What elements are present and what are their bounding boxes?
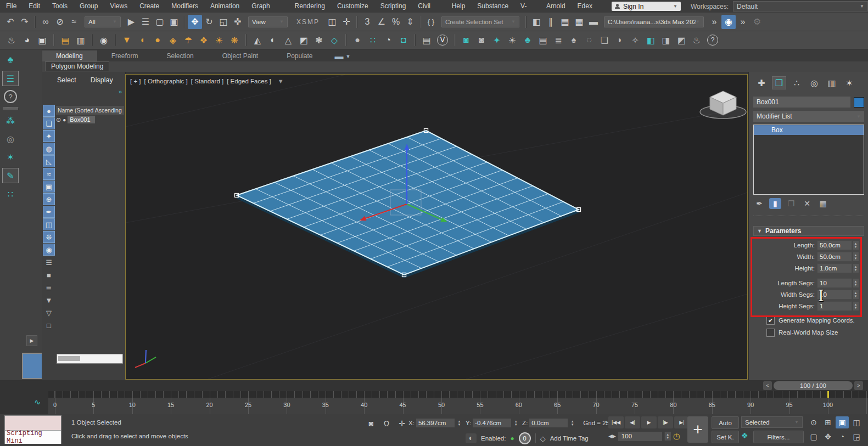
viewport-general-menu[interactable]: [ + ] <box>130 78 141 84</box>
viewport[interactable]: [ + ][ Orthographic ][ Standard ][ Edged… <box>125 74 748 380</box>
vray-logo-icon[interactable]: V <box>437 35 448 46</box>
listener-macro-pane[interactable] <box>5 416 61 431</box>
menu-item[interactable]: Customize <box>331 0 374 13</box>
checkbox[interactable]: ✔ <box>766 317 775 325</box>
select-and-rotate-icon[interactable]: ↻ <box>202 15 216 29</box>
set-keys-button[interactable]: + <box>687 416 708 443</box>
sign-in-button[interactable]: Sign In ▼ <box>612 2 681 11</box>
physical-camera-icon[interactable]: ◙ <box>459 33 473 47</box>
explorer-sort-header[interactable]: Name (Sorted Ascending <box>56 106 124 115</box>
rail-help-icon[interactable]: ? <box>4 90 17 103</box>
percent-snap-icon[interactable]: % <box>389 15 403 29</box>
zero-button[interactable]: 0 <box>519 432 531 444</box>
menu-item[interactable]: Group <box>74 0 104 13</box>
coordinate-field[interactable]: 56.397cm <box>416 419 455 427</box>
unlink-selection-icon[interactable]: ⊘ <box>53 15 67 29</box>
render-frame-window-icon[interactable]: ▣ <box>35 33 49 47</box>
previous-frame-arrow[interactable]: < <box>763 381 772 390</box>
current-frame-marker[interactable] <box>827 391 829 398</box>
align-icon[interactable]: ∥ <box>544 15 558 29</box>
film-camera-icon[interactable]: ◉ <box>97 33 111 47</box>
spinner-control[interactable]: ▲▼ <box>569 419 575 427</box>
spinner-control[interactable]: ▲▼ <box>852 252 859 261</box>
parameters-rollout-header[interactable]: ▼ Parameters <box>753 226 864 236</box>
filter-containers-icon[interactable]: ◫ <box>43 218 55 230</box>
select-by-name-icon[interactable]: ☰ <box>138 15 153 29</box>
planet-paint-icon[interactable]: ✶ <box>3 150 18 164</box>
scatter-icon[interactable]: ⁂ <box>3 114 18 128</box>
viewport-pov-menu[interactable]: [ Orthographic ] <box>144 78 188 84</box>
scatter-small-icon[interactable]: ∷ <box>3 187 18 201</box>
zoom-extents-all-icon[interactable]: ◫ <box>850 416 863 428</box>
vray-disc-light-icon[interactable]: ☂ <box>181 33 195 47</box>
ribbon-tab[interactable]: Freeform <box>97 50 153 61</box>
palette-icon[interactable]: ◔ <box>381 33 395 47</box>
filter-custom-icon[interactable]: ▼ <box>43 294 55 306</box>
object-name-field[interactable]: Box001 <box>753 97 850 108</box>
mirror-icon[interactable]: ◧ <box>529 15 544 29</box>
viewport-shading-menu[interactable]: [ Edged Faces ] <box>227 78 271 84</box>
tab-modify-icon[interactable]: ❒ <box>772 76 786 89</box>
panel-layout-icon[interactable]: ◧ <box>643 33 658 47</box>
transform-gizmo-icon[interactable]: ✛ <box>396 418 407 429</box>
zoom-region-icon[interactable]: ▢ <box>807 431 820 443</box>
menu-item[interactable]: File <box>0 0 23 13</box>
filter-funnel-icon[interactable]: ▽ <box>43 307 55 319</box>
ribbon-tab[interactable]: Modeling <box>42 50 97 61</box>
parameter-value-field[interactable]: 10 <box>817 278 852 288</box>
vray-sun-icon[interactable]: ☀ <box>212 33 226 47</box>
panel-add-icon[interactable]: ◩ <box>674 33 688 47</box>
make-unique-icon[interactable]: ❐ <box>785 198 797 209</box>
window-crossing-icon[interactable]: ▣ <box>167 15 181 29</box>
vray-dome-camera-icon[interactable]: ◐ <box>266 33 280 47</box>
project-folder-dropdown[interactable]: C:\Users\raana...s\3ds Max 2023▼ <box>604 16 704 27</box>
menu-item[interactable]: Tools <box>46 0 74 13</box>
snaps-toggle-icon[interactable]: 3 <box>360 15 374 29</box>
forest-doc-icon[interactable]: ▤ <box>536 33 550 47</box>
scene-explorer-icon[interactable]: ▤ <box>558 15 572 29</box>
flame-ring-icon[interactable]: ◌ <box>582 33 596 47</box>
filter-bones-icon[interactable]: ✒ <box>43 206 55 218</box>
menu-item[interactable]: Create <box>133 0 165 13</box>
set-key-button[interactable]: Set K. <box>712 431 739 443</box>
menu-item[interactable]: Edit <box>23 0 46 13</box>
parameter-value-field[interactable]: 1 <box>817 301 852 311</box>
modifier-stack-entry[interactable]: Box <box>754 125 864 135</box>
light-bulb-icon[interactable]: ✦ <box>490 33 504 47</box>
zoom-extents-icon[interactable]: ▣ <box>836 416 849 428</box>
angle-snap-icon[interactable]: ∠ <box>374 15 389 29</box>
select-and-link-icon[interactable]: ∞ <box>38 15 53 29</box>
menu-item[interactable]: Help <box>446 0 472 13</box>
key-filters-icon[interactable]: ❖ <box>741 431 748 440</box>
tab-utilities-icon[interactable]: ✶ <box>842 76 856 89</box>
modifier-list-dropdown[interactable]: Modifier List ▼ <box>753 111 864 122</box>
menu-item[interactable]: Modifiers <box>165 0 204 13</box>
parameter-value-field[interactable]: 50.0cm <box>817 240 852 250</box>
zoom-icon[interactable]: ⊙ <box>807 416 820 428</box>
filter-xrefs-icon[interactable]: ⊕ <box>43 193 55 205</box>
palette2-icon[interactable]: ◗ <box>613 33 627 47</box>
toolbar-overflow-icon[interactable]: » <box>707 15 721 29</box>
zoom-all-icon[interactable]: ⊞ <box>821 416 835 428</box>
filter-shapes-icon[interactable]: ❏ <box>43 117 55 129</box>
viewport-filter-icon[interactable]: ▼ <box>278 78 284 84</box>
auto-key-button[interactable]: Auto <box>712 416 739 429</box>
frame-step-arrows[interactable]: ◀▶ <box>608 433 616 439</box>
go-to-start-icon[interactable]: |◀◀ <box>608 416 624 428</box>
menu-item[interactable]: Graph Editors <box>245 0 288 13</box>
polygon-modeling-panel-label[interactable]: Polygon Modeling <box>45 61 109 71</box>
explorer-overflow-icon[interactable]: » <box>119 88 122 95</box>
object-color-swatch[interactable] <box>854 97 864 108</box>
multi-material-icon[interactable]: ∷ <box>366 33 380 47</box>
tab-hierarchy-icon[interactable]: ∴ <box>789 76 804 89</box>
filter-particles-icon[interactable]: ❊ <box>43 231 55 243</box>
animation-shield-icon[interactable]: ◐ <box>466 433 477 443</box>
itoo-forest-icon[interactable]: ♣ <box>3 53 18 67</box>
vray-fur-icon[interactable]: ❃ <box>312 33 326 47</box>
bind-to-spacewarp-icon[interactable]: ≈ <box>67 15 81 29</box>
tab-display-icon[interactable]: ▥ <box>825 76 839 89</box>
spinner-control[interactable]: ▲▼ <box>852 264 859 273</box>
current-frame-field[interactable]: 100 <box>618 432 662 441</box>
vray-sky-icon[interactable]: ❋ <box>227 33 242 47</box>
modifier-stack[interactable]: Box <box>753 125 864 195</box>
